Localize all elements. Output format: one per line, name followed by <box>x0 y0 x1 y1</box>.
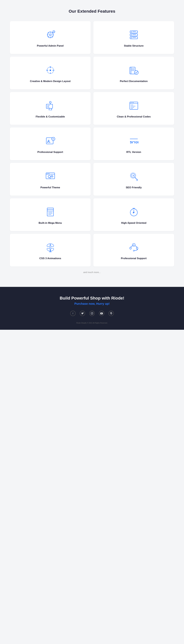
footer-copyright: Riode Shopify © 2021 All Rights Reserved… <box>6 322 178 324</box>
main-section: Our Extended Features <box>0 0 184 287</box>
svg-point-29 <box>47 70 47 71</box>
powerful-theme-icon <box>44 170 56 182</box>
svg-text:24: 24 <box>133 244 135 246</box>
css-animations-icon <box>44 242 56 253</box>
social-pinterest[interactable] <box>109 311 114 316</box>
feature-card-css-animations: CSS 3 Animations <box>10 234 91 266</box>
feature-card-documentation: Perfect Documentation <box>93 56 174 89</box>
feature-label-powerful-theme: Powerful Theme <box>40 186 60 189</box>
feature-label-support-24: Professional Support <box>121 257 147 260</box>
svg-line-39 <box>51 108 52 110</box>
svg-point-17 <box>131 38 132 38</box>
svg-text:$: $ <box>133 212 134 214</box>
svg-point-35 <box>134 70 138 74</box>
svg-point-62 <box>47 173 47 174</box>
svg-point-68 <box>52 176 52 176</box>
feature-card-rtl: וטרופ RTL Version <box>93 128 174 160</box>
svg-rect-95 <box>130 247 131 249</box>
social-instagram[interactable] <box>89 311 95 316</box>
feature-label-css-animations: CSS 3 Animations <box>39 257 61 260</box>
stable-structure-icon <box>128 29 140 41</box>
social-facebook[interactable]: f <box>70 311 75 316</box>
feature-card-mega-menu: Built-in Mega Menu <box>10 198 91 231</box>
features-grid: Q Powerful Admin Panel <box>10 21 174 266</box>
svg-text:Q: Q <box>53 31 54 32</box>
feature-card-powerful-theme: Powerful Theme <box>10 163 91 196</box>
svg-point-22 <box>50 70 51 71</box>
feature-label-flexible: Flexible & Customizable <box>36 115 65 118</box>
feature-card-speed: $ High-Speed Oriented <box>93 198 174 231</box>
svg-rect-96 <box>136 247 138 249</box>
page-wrapper: Our Extended Features <box>0 0 184 330</box>
svg-line-38 <box>49 108 49 110</box>
clean-codes-icon <box>128 100 140 112</box>
svg-point-64 <box>49 173 49 174</box>
feature-card-admin-panel: Q Powerful Admin Panel <box>10 21 91 54</box>
social-youtube[interactable] <box>99 311 104 316</box>
svg-point-15 <box>131 32 132 32</box>
svg-point-65 <box>48 175 50 178</box>
svg-point-97 <box>133 250 134 251</box>
feature-card-stable-structure: Stable Structure <box>93 21 174 54</box>
footer-cta: Build Powerful Shop with Riode! Purchase… <box>0 287 184 330</box>
feature-label-professional-support: Professional Support <box>38 150 63 154</box>
svg-text:וטרופ: וטרופ <box>130 140 139 144</box>
svg-point-63 <box>48 173 48 174</box>
more-text: and much more... <box>6 266 178 281</box>
feature-label-documentation: Perfect Documentation <box>120 80 148 83</box>
feature-card-creative-design: Creative & Modern Design Layout <box>10 56 91 89</box>
svg-point-48 <box>132 102 132 103</box>
footer-cta-link[interactable]: Hurry up! <box>96 302 110 305</box>
rtl-icon: וטרופ <box>128 135 140 147</box>
svg-text:✕: ✕ <box>52 138 54 140</box>
svg-text:★: ★ <box>132 174 134 177</box>
feature-card-flexible: Flexible & Customizable <box>10 92 91 125</box>
svg-point-92 <box>50 247 51 248</box>
footer-cta-title: Build Powerful Shop with Riode! <box>6 296 178 300</box>
feature-card-support-24: 24 Professional Support <box>93 234 174 266</box>
svg-rect-37 <box>46 104 53 108</box>
professional-support-icon: A ✕ <box>44 135 56 147</box>
documentation-icon <box>128 64 140 76</box>
feature-label-rtl: RTL Version <box>126 150 141 154</box>
feature-label-mega-menu: Built-in Mega Menu <box>39 221 62 225</box>
section-title: Our Extended Features <box>6 9 178 14</box>
svg-point-16 <box>131 34 132 35</box>
support-24-icon: 24 <box>128 242 140 253</box>
svg-point-1 <box>49 34 51 36</box>
footer-cta-sub: Purchase now, Hurry up! <box>6 302 178 306</box>
feature-label-admin-panel: Powerful Admin Panel <box>37 44 64 48</box>
social-twitter[interactable] <box>80 311 85 316</box>
feature-card-professional-support: A ✕ Professional Support <box>10 128 91 160</box>
svg-point-28 <box>53 70 54 71</box>
feature-label-clean-codes: Clean & Professional Codes <box>117 115 151 118</box>
svg-rect-45 <box>130 102 138 110</box>
admin-panel-icon: Q <box>44 29 56 41</box>
social-icons: f <box>6 311 178 316</box>
feature-card-clean-codes: Clean & Professional Codes <box>93 92 174 125</box>
seo-icon: ★ <box>128 170 140 182</box>
svg-text:A: A <box>47 139 50 144</box>
speed-icon: $ <box>128 206 140 218</box>
feature-label-creative-design: Creative & Modern Design Layout <box>30 80 70 83</box>
feature-card-seo: ★ SEO Friendly <box>93 163 174 196</box>
flexible-icon <box>44 100 56 112</box>
feature-label-seo: SEO Friendly <box>126 186 142 189</box>
svg-point-49 <box>133 102 134 103</box>
feature-label-stable-structure: Stable Structure <box>124 44 144 48</box>
svg-point-47 <box>131 102 131 103</box>
svg-point-27 <box>50 66 51 68</box>
mega-menu-icon <box>44 206 56 218</box>
creative-design-icon <box>44 64 56 76</box>
svg-point-36 <box>49 102 51 103</box>
feature-label-speed: High-Speed Oriented <box>121 221 146 225</box>
svg-line-66 <box>50 178 50 178</box>
